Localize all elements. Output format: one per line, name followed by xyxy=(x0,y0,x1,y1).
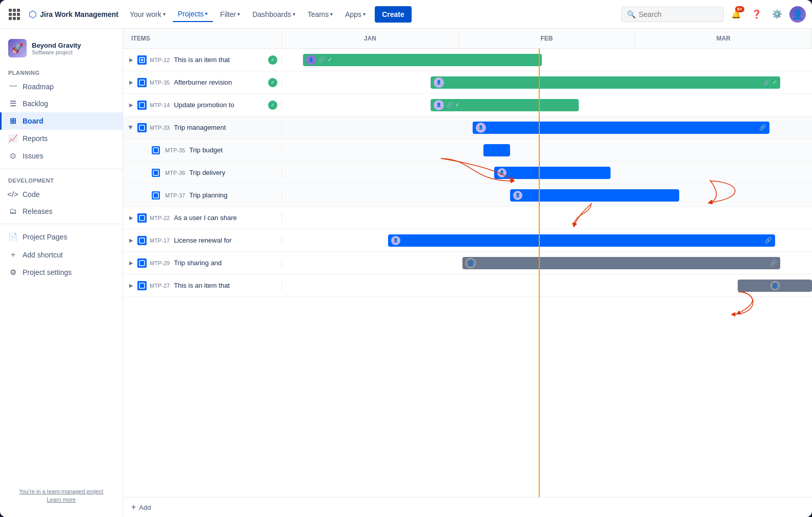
item-title: Trip management xyxy=(174,124,277,131)
item-id: MTP-35 xyxy=(150,79,170,86)
item-title: Afterburner revision xyxy=(174,78,266,86)
item-title: As a user I can share xyxy=(174,214,277,222)
bar-link-icon: 🔗 xyxy=(759,124,766,131)
row-left: ▶ MTP-35 Afterburner revision ✓ xyxy=(123,78,282,87)
bar-avatar: 👤 xyxy=(497,168,506,177)
gantt-bar-blue-small[interactable] xyxy=(483,144,510,156)
table-row: MTP-37 Trip planning 👤 xyxy=(123,184,812,207)
gantt-bar-gray[interactable]: 👤 xyxy=(738,280,812,292)
gantt-bar-blue[interactable]: 👤 🔗 xyxy=(388,234,775,247)
gantt-bar-blue[interactable]: 👤 🔗 xyxy=(473,122,769,134)
table-row: ▶ MTP-12 This is an item that ✓ 👤 🔗 xyxy=(123,49,812,71)
item-id: MTP-37 xyxy=(165,192,185,198)
sidebar-item-project-pages[interactable]: 📄 Project Pages xyxy=(0,228,123,246)
topnav-right: 🔍 🔔 9+ ❓ ⚙️ 👤 xyxy=(621,6,806,23)
search-input[interactable] xyxy=(639,10,710,18)
item-type-icon xyxy=(137,213,147,223)
sidebar-footer: You're in a team-managed project Learn m… xyxy=(0,482,123,511)
releases-icon: 🗂 xyxy=(8,207,17,215)
planning-label: PLANNING xyxy=(0,66,123,78)
item-type-icon xyxy=(137,258,147,268)
sidebar-item-project-settings[interactable]: ⚙ Project settings xyxy=(0,264,123,281)
status-done-icon: ✓ xyxy=(268,55,277,65)
bar-avatar: 👤 xyxy=(476,123,486,133)
add-shortcut-icon: ＋ xyxy=(8,250,17,260)
svg-rect-4 xyxy=(153,148,158,153)
bar-check-icon: ✓ xyxy=(328,56,332,63)
learn-more-link[interactable]: Learn more xyxy=(8,496,114,503)
user-avatar[interactable]: 👤 xyxy=(789,6,806,23)
item-type-icon xyxy=(137,55,147,65)
item-type-icon xyxy=(137,101,147,110)
nav-filter[interactable]: Filter ▾ xyxy=(215,7,245,22)
sidebar: 🚀 Beyond Gravity Software project PLANNI… xyxy=(0,29,123,517)
backlog-icon: ☰ xyxy=(8,99,17,108)
svg-rect-2 xyxy=(139,103,145,108)
gantt-bar-gray[interactable]: 👤 🔗 xyxy=(462,257,780,269)
search-box[interactable]: 🔍 xyxy=(621,7,724,22)
expand-chevron[interactable]: ▶ xyxy=(127,101,135,109)
main-layout: 🚀 Beyond Gravity Software project PLANNI… xyxy=(0,29,812,517)
gantt-bar-green[interactable]: 👤 🔗 ✓ xyxy=(303,54,541,66)
add-item-row[interactable]: + Add xyxy=(123,497,812,517)
expand-chevron[interactable]: ▶ xyxy=(127,214,135,222)
svg-rect-9 xyxy=(139,261,145,266)
nav-dashboards[interactable]: Dashboards ▾ xyxy=(247,7,300,22)
search-icon: 🔍 xyxy=(627,10,636,18)
bar-avatar: 👤 xyxy=(513,191,522,200)
bar-link-icon: 🔗 xyxy=(765,237,772,244)
notifications-button[interactable]: 🔔 9+ xyxy=(728,6,744,23)
expand-chevron[interactable]: ▶ xyxy=(127,259,135,267)
svg-rect-10 xyxy=(139,283,145,288)
gantt-bar-blue[interactable]: 👤 xyxy=(510,189,680,202)
item-title: Trip delivery xyxy=(189,169,277,176)
sidebar-item-backlog[interactable]: ☰ Backlog xyxy=(0,95,123,112)
item-id: MTP-27 xyxy=(150,283,170,289)
sidebar-item-add-shortcut[interactable]: ＋ Add shortcut xyxy=(0,246,123,264)
item-id: MTP-33 xyxy=(150,125,170,131)
settings-button[interactable]: ⚙️ xyxy=(769,6,785,23)
gantt-bar-green[interactable]: 👤 🔗 ✓ xyxy=(431,99,579,111)
item-type-icon xyxy=(137,123,147,132)
nav-your-work[interactable]: Your work ▾ xyxy=(125,7,171,22)
gantt-body: ▶ MTP-12 This is an item that ✓ 👤 🔗 xyxy=(123,49,812,497)
item-id: MTP-12 xyxy=(150,57,170,63)
sidebar-item-releases[interactable]: 🗂 Releases xyxy=(0,203,123,220)
gantt-bar-blue[interactable]: 👤 xyxy=(494,167,611,179)
sidebar-item-code[interactable]: </> Code xyxy=(0,186,123,203)
bar-avatar: 👤 xyxy=(391,236,400,245)
add-label: Add xyxy=(139,504,151,511)
nav-apps[interactable]: Apps ▾ xyxy=(340,7,371,22)
nav-teams[interactable]: Teams ▾ xyxy=(302,7,338,22)
item-title: Trip sharing and xyxy=(174,259,277,267)
sidebar-item-board[interactable]: ⊞ Board xyxy=(0,112,123,130)
bar-check-icon: ✓ xyxy=(773,79,777,86)
svg-rect-3 xyxy=(139,125,145,130)
item-type-icon xyxy=(152,169,160,177)
nav-projects[interactable]: Projects ▾ xyxy=(173,7,213,22)
item-id: MTP-29 xyxy=(150,260,170,266)
help-button[interactable]: ❓ xyxy=(748,6,765,23)
expand-chevron[interactable]: ▶ xyxy=(127,78,135,87)
gantt-header: Items JAN FEB MAR xyxy=(123,29,812,49)
team-managed-link[interactable]: You're in a team-managed project xyxy=(8,488,114,494)
sidebar-item-reports[interactable]: 📈 Reports xyxy=(0,130,123,147)
expand-chevron[interactable]: ▶ xyxy=(127,124,135,132)
expand-chevron[interactable]: ▶ xyxy=(127,236,135,245)
item-title: This is an item that xyxy=(174,56,266,64)
item-title: Update promotion to xyxy=(174,101,266,109)
create-button[interactable]: Create xyxy=(375,6,412,23)
expand-chevron[interactable]: ▶ xyxy=(127,282,135,290)
gantt-bar-green[interactable]: 👤 🔗 ✓ xyxy=(431,76,780,89)
apps-grid-button[interactable] xyxy=(6,6,23,23)
sidebar-item-roadmap[interactable]: 〰 Roadmap xyxy=(0,78,123,95)
row-left: MTP-36 Trip delivery xyxy=(123,169,282,177)
bar-link-icon: 🔗 xyxy=(770,260,777,266)
month-feb: FEB xyxy=(459,29,636,48)
item-type-icon xyxy=(152,191,160,200)
expand-chevron[interactable]: ▶ xyxy=(127,56,135,64)
bar-link-icon: 🔗 xyxy=(763,79,770,86)
row-left: ▶ MTP-17 License renewal for xyxy=(123,236,282,245)
brand-name: Jira Work Management xyxy=(40,10,118,18)
sidebar-item-issues[interactable]: ⊙ Issues xyxy=(0,147,123,165)
